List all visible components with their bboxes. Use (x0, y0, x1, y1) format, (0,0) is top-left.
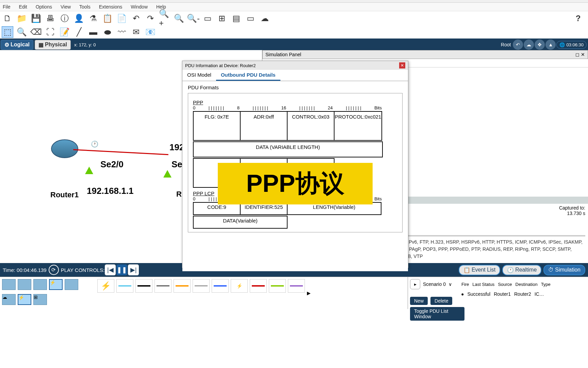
fire-icon[interactable]: ● (461, 291, 464, 297)
device-cat-misc[interactable] (65, 279, 78, 290)
select-icon[interactable]: ⬚ (2, 26, 13, 38)
open-icon[interactable]: 📁 (16, 13, 28, 24)
secondary-toolbar: ⬚ 🔍 ⌫ ⛶ 📝 ╱ ▬ ⬬ 〰 ✉ 📧 (0, 26, 588, 39)
conn-fiber[interactable] (174, 279, 191, 293)
cloud-nav-icon[interactable]: ☁ (524, 40, 534, 50)
menu-file[interactable]: File (3, 4, 11, 10)
menu-options[interactable]: Options (36, 4, 52, 10)
undo-icon[interactable]: ↶ (130, 13, 142, 24)
simulation-button[interactable]: ⏱ Simulation (543, 265, 585, 275)
conn-usb[interactable] (288, 279, 305, 293)
conn-straight[interactable] (135, 279, 152, 293)
line-icon[interactable]: ╱ (73, 26, 85, 38)
card-icon[interactable]: ▭ (245, 13, 256, 24)
row-status: Successful (467, 291, 490, 297)
close-icon[interactable]: ✕ (581, 52, 585, 57)
bg-icon[interactable]: ▲ (545, 40, 556, 50)
rewind-button[interactable]: |◀ (104, 264, 116, 276)
redo-icon[interactable]: ↷ (145, 13, 156, 24)
device-cat-hub[interactable] (33, 279, 47, 290)
device-cat-cloud[interactable]: ☁ (2, 294, 16, 305)
pdu-window-title[interactable]: PDU Information at Device: Router2 ✕ (182, 61, 408, 70)
rect-icon[interactable]: ▭ (202, 13, 213, 24)
search-icon[interactable]: 🔍 (16, 26, 28, 38)
back-icon[interactable]: ↶ (513, 40, 523, 50)
device-subcat-2[interactable]: ⊞ (33, 294, 47, 305)
root-label: Root (501, 42, 511, 47)
menu-window[interactable]: Window (131, 4, 148, 10)
conn-octal[interactable] (269, 279, 286, 293)
serial-right-label: Se2/0 (100, 159, 124, 170)
paste-icon[interactable]: 📄 (116, 13, 128, 24)
sim-panel-title: Simulation Panel (265, 52, 301, 57)
toggle-pdu-list-button[interactable]: Toggle PDU List Window (410, 307, 464, 321)
user-icon[interactable]: 👤 (73, 13, 85, 24)
note-icon[interactable]: 📝 (59, 26, 70, 38)
realtime-button[interactable]: 🕐 Realtime (502, 265, 541, 275)
sim-panel-header[interactable]: Simulation Panel ◻ ✕ (262, 50, 588, 59)
refresh-icon[interactable]: ⟳ (49, 265, 59, 275)
device-cat-connections[interactable]: ⚡ (49, 279, 63, 290)
scenario-select[interactable]: Scenario 0 (423, 281, 446, 287)
scenario-nav-button[interactable]: ▸ (410, 279, 420, 289)
title-bar (0, 0, 588, 3)
ellipse-icon[interactable]: ⬬ (102, 26, 113, 38)
physical-view-button[interactable]: ▦ Physical (35, 40, 71, 50)
delete-icon[interactable]: ⌫ (30, 26, 42, 38)
router1-device[interactable] (51, 139, 78, 158)
conn-cross[interactable] (154, 279, 172, 293)
play-pause-button[interactable]: ❚❚ (116, 264, 128, 276)
pdu-tabs: OSI Model Outbound PDU Details (182, 70, 408, 81)
forward-button[interactable]: ▶| (128, 264, 139, 276)
rect2-icon[interactable]: ▬ (87, 26, 99, 38)
grid-icon[interactable]: ⊞ (216, 13, 228, 24)
menu-tools[interactable]: Tools (79, 4, 91, 10)
new-scenario-button[interactable]: New (410, 297, 428, 305)
logical-view-button[interactable]: ⚙ Logical (1, 40, 33, 50)
network-link[interactable] (73, 149, 168, 155)
hdr-type: Type (541, 282, 551, 287)
close-button[interactable]: ✕ (399, 62, 405, 68)
hdr-destination: Destination (516, 282, 538, 287)
menu-extensions[interactable]: Extensions (99, 4, 122, 10)
delete-scenario-button[interactable]: Delete (430, 297, 452, 305)
lab-icon[interactable]: ⚗ (87, 13, 99, 24)
conn-serial-dce[interactable]: ⚡ (231, 279, 248, 293)
zoom-out-icon[interactable]: 🔍- (187, 13, 199, 24)
cloud-icon[interactable]: ☁ (259, 13, 271, 24)
print-icon[interactable]: 🖶 (45, 13, 56, 24)
event-list-button[interactable]: 📋 Event List (459, 265, 500, 275)
tab-outbound-pdu[interactable]: Outbound PDU Details (216, 70, 280, 81)
conn-coax[interactable] (212, 279, 229, 293)
menu-view[interactable]: View (61, 4, 71, 10)
move-icon[interactable]: ✥ (535, 40, 545, 50)
info-icon[interactable]: ⓘ (59, 13, 70, 24)
link-up-indicator (163, 170, 172, 178)
hdr-source: Source (498, 282, 512, 287)
menu-edit[interactable]: Edit (19, 4, 27, 10)
zoom-in-icon[interactable]: 🔍+ (159, 13, 170, 24)
zoom-reset-icon[interactable]: 🔍 (173, 13, 185, 24)
conn-auto[interactable]: ⚡ (97, 279, 114, 293)
serial-left-label: Se (172, 159, 182, 170)
device-cat-pc[interactable] (18, 279, 31, 290)
device-cat-routers[interactable] (2, 279, 16, 290)
dock-icon[interactable]: ◻ (575, 52, 579, 57)
copy-icon[interactable]: 📋 (102, 13, 113, 24)
conn-serial-dte[interactable] (250, 279, 267, 293)
link-up-indicator (85, 167, 93, 174)
envelope-icon[interactable]: ✉ (130, 26, 142, 38)
conn-phone[interactable] (193, 279, 210, 293)
tab-osi-model[interactable]: OSI Model (182, 70, 216, 81)
new-icon[interactable]: 🗋 (2, 13, 13, 24)
list-icon[interactable]: ▤ (230, 13, 242, 24)
help-icon[interactable]: ? (572, 13, 584, 24)
conn-console[interactable] (116, 279, 133, 293)
chevron-down-icon[interactable]: ∨ (448, 281, 452, 287)
resize-icon[interactable]: ⛶ (45, 26, 56, 38)
device-subcat-1[interactable]: ⚡ (18, 294, 31, 305)
scroll-right[interactable]: ▶ (307, 290, 311, 296)
envelope-open-icon[interactable]: 📧 (145, 26, 156, 38)
save-icon[interactable]: 💾 (30, 13, 42, 24)
freeform-icon[interactable]: 〰 (116, 26, 128, 38)
